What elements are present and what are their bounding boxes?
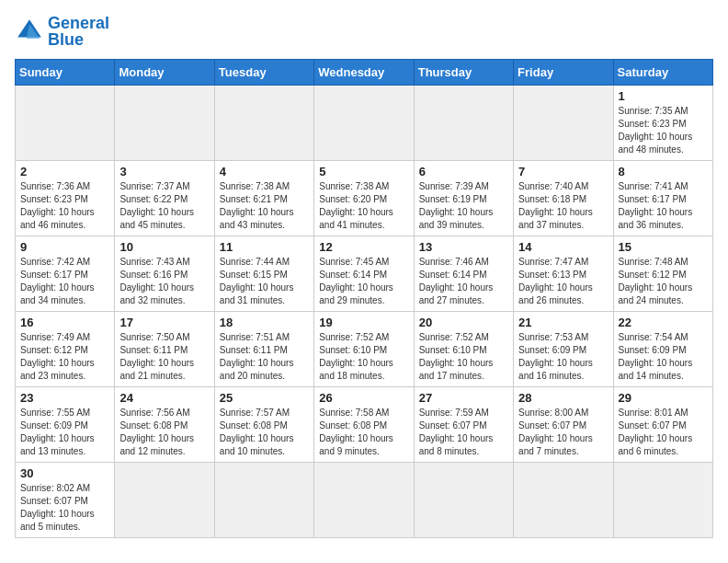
day-info: Sunrise: 7:47 AM Sunset: 6:13 PM Dayligh… [518,256,608,307]
calendar-table: SundayMondayTuesdayWednesdayThursdayFrid… [15,59,713,538]
day-number: 9 [20,240,109,254]
day-info: Sunrise: 7:48 AM Sunset: 6:12 PM Dayligh… [619,256,708,307]
day-cell: 23Sunrise: 7:55 AM Sunset: 6:09 PM Dayli… [16,387,115,463]
day-info: Sunrise: 7:58 AM Sunset: 6:08 PM Dayligh… [319,407,408,458]
day-cell: 10Sunrise: 7:43 AM Sunset: 6:16 PM Dayli… [115,236,214,312]
day-info: Sunrise: 7:59 AM Sunset: 6:07 PM Dayligh… [419,407,508,458]
weekday-header-tuesday: Tuesday [214,60,313,86]
page-header: GeneralBlue [15,15,713,48]
day-cell [613,463,712,538]
day-cell: 28Sunrise: 8:00 AM Sunset: 6:07 PM Dayli… [514,387,613,463]
day-number: 21 [518,316,608,329]
day-cell: 4Sunrise: 7:38 AM Sunset: 6:21 PM Daylig… [214,161,313,236]
day-number: 1 [619,89,708,103]
day-info: Sunrise: 7:51 AM Sunset: 6:11 PM Dayligh… [220,331,309,383]
day-number: 17 [119,316,209,329]
day-cell: 2Sunrise: 7:36 AM Sunset: 6:23 PM Daylig… [16,161,115,236]
day-cell [214,86,313,161]
day-cell: 3Sunrise: 7:37 AM Sunset: 6:22 PM Daylig… [115,161,214,236]
day-number: 23 [20,391,109,405]
week-row-1: 2Sunrise: 7:36 AM Sunset: 6:23 PM Daylig… [16,161,713,236]
day-cell: 5Sunrise: 7:38 AM Sunset: 6:20 PM Daylig… [314,161,414,236]
day-info: Sunrise: 7:40 AM Sunset: 6:18 PM Dayligh… [518,180,608,232]
day-cell: 27Sunrise: 7:59 AM Sunset: 6:07 PM Dayli… [414,387,513,463]
day-cell [314,463,414,538]
day-number: 30 [20,466,109,480]
day-cell [115,463,214,538]
day-info: Sunrise: 7:55 AM Sunset: 6:09 PM Dayligh… [20,407,109,458]
week-row-5: 30Sunrise: 8:02 AM Sunset: 6:07 PM Dayli… [16,463,713,538]
day-cell: 17Sunrise: 7:50 AM Sunset: 6:11 PM Dayli… [115,312,214,387]
day-info: Sunrise: 8:00 AM Sunset: 6:07 PM Dayligh… [518,407,608,458]
day-cell: 12Sunrise: 7:45 AM Sunset: 6:14 PM Dayli… [314,236,414,312]
day-cell: 24Sunrise: 7:56 AM Sunset: 6:08 PM Dayli… [115,387,214,463]
day-info: Sunrise: 7:42 AM Sunset: 6:17 PM Dayligh… [20,256,109,307]
day-number: 6 [419,165,508,178]
day-number: 20 [419,316,508,329]
day-number: 28 [518,391,608,405]
weekday-header-saturday: Saturday [613,60,712,86]
week-row-2: 9Sunrise: 7:42 AM Sunset: 6:17 PM Daylig… [16,236,713,312]
day-cell: 6Sunrise: 7:39 AM Sunset: 6:19 PM Daylig… [414,161,513,236]
day-number: 27 [419,391,508,405]
day-number: 26 [319,391,408,405]
weekday-header-wednesday: Wednesday [314,60,414,86]
logo-icon [15,17,44,46]
day-info: Sunrise: 7:37 AM Sunset: 6:22 PM Dayligh… [119,180,209,232]
day-info: Sunrise: 7:35 AM Sunset: 6:23 PM Dayligh… [619,105,708,156]
day-cell: 7Sunrise: 7:40 AM Sunset: 6:18 PM Daylig… [514,161,613,236]
day-cell: 22Sunrise: 7:54 AM Sunset: 6:09 PM Dayli… [613,312,712,387]
day-info: Sunrise: 7:52 AM Sunset: 6:10 PM Dayligh… [319,331,408,383]
day-number: 22 [619,316,708,329]
day-cell: 19Sunrise: 7:52 AM Sunset: 6:10 PM Dayli… [314,312,414,387]
day-info: Sunrise: 7:38 AM Sunset: 6:20 PM Dayligh… [319,180,408,232]
day-cell: 14Sunrise: 7:47 AM Sunset: 6:13 PM Dayli… [514,236,613,312]
day-cell [115,86,214,161]
day-cell: 26Sunrise: 7:58 AM Sunset: 6:08 PM Dayli… [314,387,414,463]
day-number: 24 [119,391,209,405]
day-number: 10 [119,240,209,254]
day-number: 12 [319,240,408,254]
day-cell: 13Sunrise: 7:46 AM Sunset: 6:14 PM Dayli… [414,236,513,312]
week-row-3: 16Sunrise: 7:49 AM Sunset: 6:12 PM Dayli… [16,312,713,387]
day-number: 3 [119,165,209,178]
day-cell: 9Sunrise: 7:42 AM Sunset: 6:17 PM Daylig… [16,236,115,312]
day-info: Sunrise: 7:43 AM Sunset: 6:16 PM Dayligh… [119,256,209,307]
day-cell: 18Sunrise: 7:51 AM Sunset: 6:11 PM Dayli… [214,312,313,387]
day-cell [414,463,513,538]
day-number: 15 [619,240,708,254]
day-number: 11 [220,240,309,254]
day-number: 2 [20,165,109,178]
day-cell: 16Sunrise: 7:49 AM Sunset: 6:12 PM Dayli… [16,312,115,387]
day-info: Sunrise: 8:01 AM Sunset: 6:07 PM Dayligh… [619,407,708,458]
logo-text: GeneralBlue [48,15,109,48]
day-cell: 25Sunrise: 7:57 AM Sunset: 6:08 PM Dayli… [214,387,313,463]
day-cell: 30Sunrise: 8:02 AM Sunset: 6:07 PM Dayli… [16,463,115,538]
day-cell [314,86,414,161]
day-info: Sunrise: 7:46 AM Sunset: 6:14 PM Dayligh… [419,256,508,307]
day-number: 13 [419,240,508,254]
weekday-header-friday: Friday [514,60,613,86]
day-number: 4 [220,165,309,178]
day-info: Sunrise: 7:36 AM Sunset: 6:23 PM Dayligh… [20,180,109,232]
day-cell: 21Sunrise: 7:53 AM Sunset: 6:09 PM Dayli… [514,312,613,387]
week-row-4: 23Sunrise: 7:55 AM Sunset: 6:09 PM Dayli… [16,387,713,463]
day-info: Sunrise: 7:45 AM Sunset: 6:14 PM Dayligh… [319,256,408,307]
day-info: Sunrise: 8:02 AM Sunset: 6:07 PM Dayligh… [20,482,109,534]
day-cell: 11Sunrise: 7:44 AM Sunset: 6:15 PM Dayli… [214,236,313,312]
day-number: 7 [518,165,608,178]
day-info: Sunrise: 7:49 AM Sunset: 6:12 PM Dayligh… [20,331,109,383]
day-info: Sunrise: 7:50 AM Sunset: 6:11 PM Dayligh… [119,331,209,383]
day-info: Sunrise: 7:41 AM Sunset: 6:17 PM Dayligh… [619,180,708,232]
day-number: 16 [20,316,109,329]
day-cell [514,463,613,538]
day-info: Sunrise: 7:56 AM Sunset: 6:08 PM Dayligh… [119,407,209,458]
day-cell [514,86,613,161]
day-number: 8 [619,165,708,178]
day-number: 5 [319,165,408,178]
day-cell: 20Sunrise: 7:52 AM Sunset: 6:10 PM Dayli… [414,312,513,387]
day-number: 25 [220,391,309,405]
logo: GeneralBlue [15,15,109,48]
day-cell: 15Sunrise: 7:48 AM Sunset: 6:12 PM Dayli… [613,236,712,312]
day-info: Sunrise: 7:54 AM Sunset: 6:09 PM Dayligh… [619,331,708,383]
